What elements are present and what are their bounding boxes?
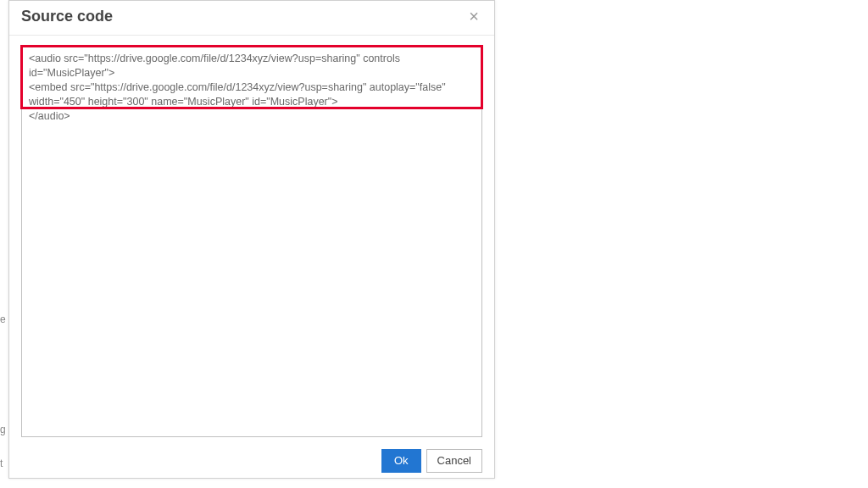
code-area-wrapper: [21, 46, 482, 437]
dialog-header: Source code ×: [9, 1, 494, 36]
cancel-button[interactable]: Cancel: [426, 449, 482, 473]
source-code-textarea[interactable]: [22, 47, 481, 436]
bg-frag: g: [0, 424, 6, 435]
source-code-dialog: Source code × Ok Cancel: [8, 0, 495, 479]
background-page-fragments: e g t: [0, 0, 8, 488]
dialog-body: [9, 36, 494, 442]
ok-button[interactable]: Ok: [381, 449, 421, 473]
bg-frag: t: [0, 458, 3, 469]
dialog-title: Source code: [21, 8, 113, 25]
close-icon[interactable]: ×: [465, 6, 482, 26]
dialog-footer: Ok Cancel: [9, 442, 494, 483]
bg-frag: e: [0, 313, 6, 325]
